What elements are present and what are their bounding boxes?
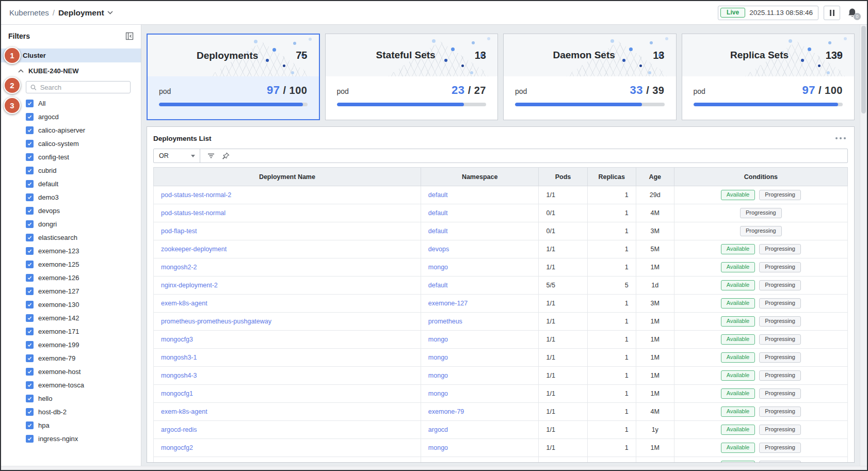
notification-bell-button[interactable]: 0 — [845, 6, 859, 20]
checkbox-checked-icon[interactable] — [26, 421, 34, 429]
namespace-link[interactable]: mongo — [428, 354, 448, 361]
checkbox-checked-icon[interactable] — [26, 220, 34, 228]
namespace-link[interactable]: mongo — [428, 264, 448, 271]
vertical-scrollbar[interactable] — [860, 25, 867, 466]
workload-card[interactable]: Stateful Sets 13 pod 23 / 27 — [325, 34, 499, 120]
checkbox-checked-icon[interactable] — [26, 167, 34, 174]
checkbox-checked-icon[interactable] — [26, 287, 34, 295]
checkbox-checked-icon[interactable] — [26, 301, 34, 308]
pin-icon[interactable] — [222, 152, 230, 160]
checkbox-checked-icon[interactable] — [26, 274, 34, 282]
namespace-checkbox-item[interactable]: config-test — [26, 150, 141, 164]
namespace-link[interactable]: default — [428, 209, 448, 217]
column-header-conditions[interactable]: Conditions — [674, 168, 847, 186]
filter-group-cluster[interactable]: Cluster — [1, 48, 141, 62]
namespace-checkbox-item[interactable]: demo3 — [26, 190, 141, 204]
checkbox-checked-icon[interactable] — [26, 354, 34, 362]
namespace-checkbox-item[interactable]: exemone-199 — [26, 338, 141, 351]
deployment-link[interactable]: zookeeper-deployment — [161, 246, 227, 253]
deployment-link[interactable]: pod-status-test-normal — [161, 209, 226, 217]
checkbox-checked-icon[interactable] — [26, 234, 34, 241]
namespace-checkbox-item[interactable]: exemone-130 — [26, 298, 141, 311]
namespace-checkbox-item[interactable]: host-db-2 — [26, 405, 141, 418]
namespace-checkbox-item[interactable]: calico-apiserver — [26, 123, 141, 137]
namespace-link[interactable]: exemone-127 — [428, 300, 468, 307]
namespace-checkbox-item[interactable]: exemone-host — [26, 365, 141, 378]
deployment-link[interactable]: mongocfg2 — [161, 444, 193, 451]
checkbox-checked-icon[interactable] — [26, 140, 34, 148]
namespace-checkbox-item[interactable]: exemone-123 — [26, 244, 141, 257]
namespace-checkbox-item[interactable]: cubrid — [26, 164, 141, 177]
deployment-link[interactable]: argocd-redis — [161, 426, 197, 433]
checkbox-checked-icon[interactable] — [26, 328, 34, 335]
pause-button[interactable] — [824, 6, 840, 20]
checkbox-checked-icon[interactable] — [26, 314, 34, 322]
namespace-link[interactable]: argocd — [428, 426, 448, 433]
namespace-checkbox-item[interactable]: ingress-nginx — [26, 432, 141, 445]
logic-operator-select[interactable]: OR — [154, 149, 200, 163]
deployment-link[interactable]: mongosh2-2 — [161, 264, 197, 271]
column-header-age[interactable]: Age — [636, 168, 674, 186]
column-header-deployment-name[interactable]: Deployment Name — [154, 168, 421, 186]
checkbox-checked-icon[interactable] — [26, 180, 34, 188]
checkbox-checked-icon[interactable] — [26, 126, 34, 134]
deployment-link[interactable]: mongosh4-3 — [161, 372, 197, 379]
namespace-link[interactable]: default — [428, 191, 448, 199]
namespace-checkbox-item[interactable]: exemone-125 — [26, 257, 141, 271]
namespace-checkbox-item[interactable]: hello — [26, 392, 141, 405]
deployment-link[interactable]: exem-k8s-agent — [161, 300, 207, 307]
namespace-link[interactable]: mongo — [428, 372, 448, 379]
namespace-checkbox-item[interactable]: devops — [26, 204, 141, 217]
checkbox-checked-icon[interactable] — [26, 113, 34, 121]
workload-card[interactable]: Deployments 75 pod 97 / 100 — [147, 34, 320, 120]
deployment-link[interactable]: mongocfg1 — [161, 390, 193, 397]
checkbox-checked-icon[interactable] — [26, 435, 34, 443]
collapse-panel-button[interactable] — [125, 32, 134, 40]
deployment-link[interactable]: pod-status-test-normal-2 — [161, 191, 231, 199]
deployment-link[interactable]: pod-flap-test — [161, 228, 197, 235]
namespace-checkbox-item[interactable]: exemone-tosca — [26, 378, 141, 392]
checkbox-checked-icon[interactable] — [26, 395, 34, 402]
checkbox-checked-icon[interactable] — [26, 381, 34, 389]
namespace-link[interactable]: prometheus — [428, 318, 462, 325]
namespace-link[interactable]: default — [428, 282, 448, 289]
checkbox-checked-icon[interactable] — [26, 341, 34, 349]
namespace-checkbox-item[interactable]: exemone-142 — [26, 311, 141, 324]
namespace-link[interactable]: mongo — [428, 336, 448, 343]
deployment-link[interactable]: hello-world-deployment-3 — [161, 462, 233, 463]
deployment-link[interactable]: nginx-deployment-2 — [161, 282, 218, 289]
checkbox-checked-icon[interactable] — [26, 261, 34, 268]
checkbox-checked-icon[interactable] — [26, 247, 34, 255]
namespace-checkbox-item[interactable]: All — [26, 96, 141, 110]
breadcrumb-root-link[interactable]: Kubernetes — [9, 8, 49, 17]
namespace-checkbox-item[interactable]: elasticsearch — [26, 231, 141, 244]
namespace-checkbox-item[interactable]: argocd — [26, 110, 141, 123]
namespace-link[interactable]: devops — [428, 246, 449, 253]
scrollbar-thumb[interactable] — [861, 26, 866, 113]
deployment-link[interactable]: exem-k8s-agent — [161, 408, 207, 415]
horizontal-scrollbar[interactable] — [1, 466, 867, 470]
namespace-checkbox-item[interactable]: default — [26, 177, 141, 190]
namespace-checkbox-item[interactable]: hpa — [26, 418, 141, 432]
column-header-replicas[interactable]: Replicas — [587, 168, 636, 186]
namespace-link[interactable]: hello — [428, 462, 442, 463]
namespace-checkbox-item[interactable]: exemone-126 — [26, 271, 141, 284]
namespace-checkbox-item[interactable]: dongri — [26, 217, 141, 231]
checkbox-checked-icon[interactable] — [26, 368, 34, 376]
breadcrumb-current-dropdown[interactable]: Deployment — [58, 8, 113, 18]
namespace-checkbox-item[interactable]: exemone-127 — [26, 284, 141, 298]
more-menu-icon[interactable] — [833, 135, 848, 141]
namespace-link[interactable]: mongo — [428, 444, 448, 451]
checkbox-checked-icon[interactable] — [26, 408, 34, 416]
checkbox-checked-icon[interactable] — [26, 207, 34, 215]
workload-card[interactable]: Replica Sets 139 pod 97 / 100 — [682, 34, 855, 120]
namespace-checkbox-item[interactable]: exemone-79 — [26, 351, 141, 365]
checkbox-checked-icon[interactable] — [26, 100, 34, 107]
search-input[interactable] — [40, 84, 126, 91]
cluster-tree-item[interactable]: KUBE-240-NEW — [1, 62, 141, 77]
namespace-link[interactable]: exemone-79 — [428, 408, 464, 415]
namespace-link[interactable]: default — [428, 228, 448, 235]
namespace-link[interactable]: mongo — [428, 390, 448, 397]
column-header-pods[interactable]: Pods — [539, 168, 587, 186]
deployment-link[interactable]: prometheus-prometheus-pushgateway — [161, 318, 271, 325]
